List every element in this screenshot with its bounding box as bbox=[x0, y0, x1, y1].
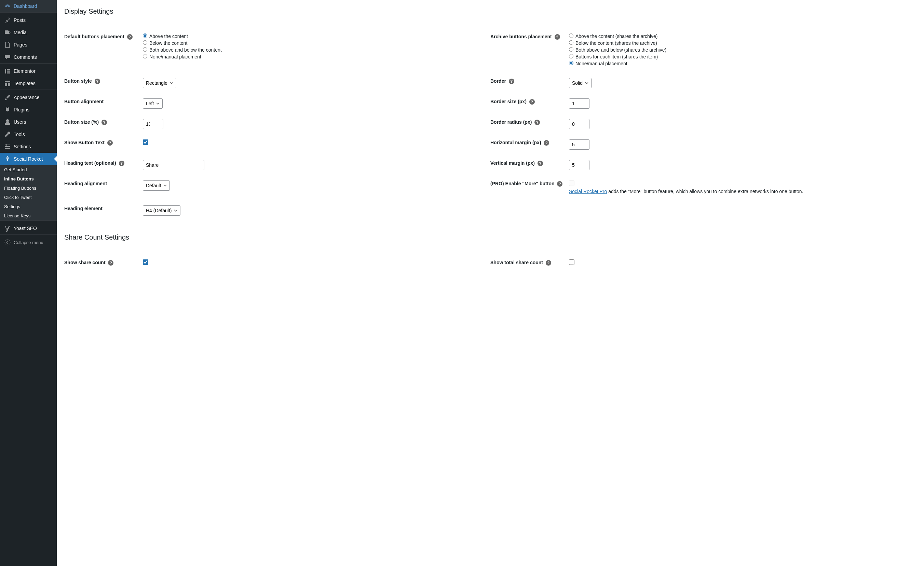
menu-label: Comments bbox=[14, 54, 37, 60]
help-icon[interactable]: ? bbox=[537, 161, 543, 166]
radio-archive-each-item[interactable] bbox=[569, 54, 573, 59]
checkbox-show-total-share-count[interactable] bbox=[569, 260, 574, 265]
menu-comments[interactable]: Comments bbox=[0, 51, 57, 63]
input-vertical-margin[interactable] bbox=[569, 160, 590, 170]
help-icon[interactable]: ? bbox=[544, 140, 549, 146]
label-show-button-text: Show Button Text ? bbox=[64, 140, 143, 150]
input-horizontal-margin[interactable] bbox=[569, 140, 590, 150]
input-border-radius[interactable] bbox=[569, 119, 590, 129]
submenu-click-to-tweet[interactable]: Click to Tweet bbox=[0, 193, 57, 202]
menu-label: Tools bbox=[14, 132, 25, 137]
templates-icon bbox=[4, 80, 11, 87]
help-icon[interactable]: ? bbox=[102, 120, 107, 125]
input-heading-text[interactable] bbox=[143, 160, 204, 170]
checkbox-show-button-text[interactable] bbox=[143, 140, 148, 145]
svg-point-12 bbox=[6, 148, 8, 149]
radio-label: None/manual placement bbox=[149, 54, 201, 60]
menu-templates[interactable]: Templates bbox=[0, 77, 57, 90]
label-show-total-share-count: Show total share count ? bbox=[490, 260, 569, 266]
media-icon bbox=[4, 29, 11, 36]
radio-label: Above the content (shares the archive) bbox=[576, 33, 657, 39]
dashboard-icon bbox=[4, 3, 11, 10]
help-icon[interactable]: ? bbox=[555, 34, 560, 40]
menu-appearance[interactable]: Appearance bbox=[0, 91, 57, 104]
checkbox-show-share-count[interactable] bbox=[143, 260, 148, 265]
help-icon[interactable]: ? bbox=[119, 161, 124, 166]
menu-pages[interactable]: Pages bbox=[0, 39, 57, 51]
main-content: Display Settings Default buttons placeme… bbox=[57, 0, 924, 566]
input-border-size[interactable] bbox=[569, 98, 590, 109]
help-icon[interactable]: ? bbox=[107, 140, 113, 146]
menu-label: Templates bbox=[14, 81, 36, 86]
menu-label: Social Rocket bbox=[14, 156, 43, 162]
label-border: Border ? bbox=[490, 78, 569, 88]
collapse-menu[interactable]: Collapse menu bbox=[0, 236, 57, 248]
menu-tools[interactable]: Tools bbox=[0, 128, 57, 141]
radio-archive-above[interactable] bbox=[569, 33, 573, 38]
select-border[interactable]: Solid bbox=[569, 78, 591, 88]
svg-point-11 bbox=[8, 146, 10, 147]
menu-users[interactable]: Users bbox=[0, 116, 57, 128]
menu-label: Pages bbox=[14, 42, 27, 48]
help-icon[interactable]: ? bbox=[127, 34, 133, 40]
help-icon[interactable]: ? bbox=[94, 79, 100, 84]
help-icon[interactable]: ? bbox=[557, 181, 562, 187]
radio-above-content[interactable] bbox=[143, 33, 147, 38]
menu-label: Plugins bbox=[14, 107, 29, 113]
label-button-style: Button style ? bbox=[64, 78, 143, 88]
label-heading-element: Heading element bbox=[64, 206, 143, 216]
submenu-get-started[interactable]: Get Started bbox=[0, 165, 57, 174]
menu-label: Yoast SEO bbox=[14, 225, 37, 231]
svg-rect-3 bbox=[7, 69, 10, 70]
label-heading-alignment: Heading alignment bbox=[64, 180, 143, 195]
select-heading-element[interactable]: H4 (Default) bbox=[143, 206, 180, 216]
sliders-icon bbox=[4, 143, 11, 150]
radio-label: Both above and below (shares the archive… bbox=[576, 47, 666, 53]
menu-posts[interactable]: Posts bbox=[0, 14, 57, 26]
menu-media[interactable]: Media bbox=[0, 26, 57, 39]
radio-label: Above the content bbox=[149, 33, 188, 39]
menu-elementor[interactable]: Elementor bbox=[0, 65, 57, 77]
svg-rect-7 bbox=[5, 83, 7, 86]
yoast-icon bbox=[4, 225, 11, 232]
help-icon[interactable]: ? bbox=[534, 120, 540, 125]
radio-none-manual[interactable] bbox=[143, 54, 147, 59]
menu-dashboard[interactable]: Dashboard bbox=[0, 0, 57, 12]
select-button-style[interactable]: Rectangle bbox=[143, 78, 176, 88]
select-button-alignment[interactable]: Left bbox=[143, 98, 163, 109]
radio-below-content[interactable] bbox=[143, 41, 147, 45]
submenu-settings[interactable]: Settings bbox=[0, 202, 57, 211]
label-border-radius: Border radius (px) ? bbox=[490, 119, 569, 129]
wrench-icon bbox=[4, 131, 11, 138]
radio-label: Below the content (shares the archive) bbox=[576, 41, 657, 46]
input-button-size[interactable] bbox=[143, 119, 164, 129]
radio-both-content[interactable] bbox=[143, 47, 147, 52]
label-horizontal-margin: Horizontal margin (px) ? bbox=[490, 140, 569, 150]
select-heading-alignment[interactable]: Default bbox=[143, 180, 170, 191]
submenu-floating-buttons[interactable]: Floating Buttons bbox=[0, 183, 57, 193]
menu-social-rocket[interactable]: Social Rocket bbox=[0, 153, 57, 165]
radio-archive-below[interactable] bbox=[569, 41, 573, 45]
radio-label: Both above and below the content bbox=[149, 47, 222, 53]
submenu-inline-buttons[interactable]: Inline Buttons bbox=[0, 174, 57, 183]
menu-yoast-seo[interactable]: Yoast SEO bbox=[0, 222, 57, 234]
label-show-share-count: Show share count ? bbox=[64, 260, 143, 266]
menu-plugins[interactable]: Plugins bbox=[0, 104, 57, 116]
radio-label: Buttons for each item (shares the item) bbox=[576, 54, 658, 60]
collapse-icon bbox=[4, 239, 11, 246]
elementor-icon bbox=[4, 68, 11, 75]
menu-settings[interactable]: Settings bbox=[0, 141, 57, 153]
svg-point-0 bbox=[7, 6, 8, 8]
radio-group-default-placement: Above the content Below the content Both… bbox=[143, 33, 490, 68]
help-icon[interactable]: ? bbox=[108, 260, 114, 266]
menu-label: Dashboard bbox=[14, 3, 37, 9]
link-social-rocket-pro[interactable]: Social Rocket Pro bbox=[569, 189, 607, 194]
help-icon[interactable]: ? bbox=[530, 99, 535, 105]
submenu-license-keys[interactable]: License Keys bbox=[0, 211, 57, 221]
pin-icon bbox=[4, 17, 11, 24]
help-icon[interactable]: ? bbox=[509, 79, 514, 84]
help-icon[interactable]: ? bbox=[546, 260, 551, 266]
radio-group-archive-placement: Above the content (shares the archive) B… bbox=[569, 33, 916, 68]
radio-archive-none[interactable] bbox=[569, 61, 573, 65]
radio-archive-both[interactable] bbox=[569, 47, 573, 52]
